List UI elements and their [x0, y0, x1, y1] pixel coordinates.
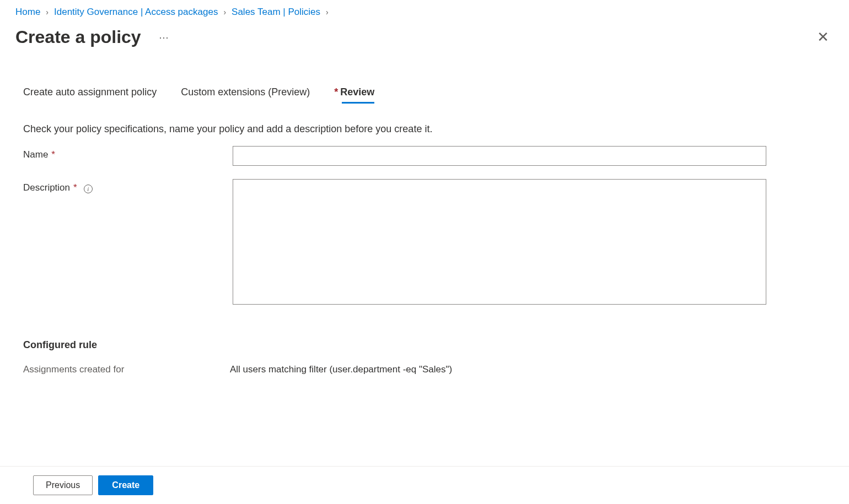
description-label: Description * i — [23, 179, 233, 306]
chevron-right-icon: › — [46, 8, 49, 17]
required-asterisk-icon: * — [334, 86, 338, 97]
description-input[interactable] — [233, 179, 766, 305]
breadcrumb: Home › Identity Governance | Access pack… — [15, 7, 834, 18]
tab-custom-extensions[interactable]: Custom extensions (Preview) — [181, 86, 310, 104]
more-icon[interactable]: ⋯ — [159, 31, 169, 44]
required-asterisk-icon: * — [51, 149, 55, 160]
close-icon[interactable]: ✕ — [813, 26, 834, 48]
chevron-right-icon: › — [223, 8, 226, 17]
tab-create-auto-assignment[interactable]: Create auto assignment policy — [23, 86, 157, 104]
tab-label: Create auto assignment policy — [23, 86, 157, 97]
chevron-right-icon: › — [326, 8, 329, 17]
tab-label: Custom extensions (Preview) — [181, 86, 310, 97]
form-row-name: Name * — [23, 146, 834, 166]
form-row-description: Description * i — [23, 179, 834, 306]
tabs: Create auto assignment policy Custom ext… — [23, 86, 834, 104]
tab-label: Review — [340, 86, 374, 97]
info-icon[interactable]: i — [84, 185, 93, 193]
breadcrumb-link-home[interactable]: Home — [15, 7, 40, 18]
configured-rule-heading: Configured rule — [23, 339, 834, 351]
required-asterisk-icon: * — [73, 182, 77, 193]
name-input[interactable] — [233, 146, 766, 166]
assignments-label: Assignments created for — [23, 364, 230, 375]
name-label: Name * — [23, 146, 233, 166]
assignments-value: All users matching filter (user.departme… — [230, 364, 452, 375]
page-header: Create a policy ⋯ ✕ — [15, 26, 834, 48]
breadcrumb-link-sales-team[interactable]: Sales Team | Policies — [232, 7, 320, 18]
instruction-text: Check your policy specifications, name y… — [23, 123, 834, 135]
breadcrumb-link-identity-governance[interactable]: Identity Governance | Access packages — [54, 7, 218, 18]
page-title: Create a policy — [15, 27, 141, 47]
assignments-row: Assignments created for All users matchi… — [23, 364, 834, 375]
tab-review[interactable]: *Review — [334, 86, 374, 104]
